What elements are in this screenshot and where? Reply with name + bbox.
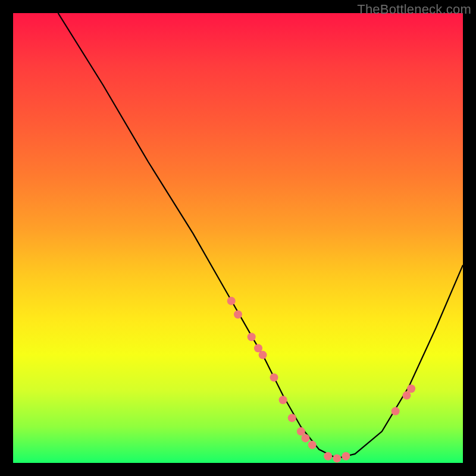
chart-svg (13, 13, 463, 463)
data-marker (333, 454, 341, 462)
data-marker (407, 384, 415, 393)
data-marker (248, 333, 256, 341)
data-marker (234, 311, 242, 319)
attribution-label: TheBottleneck.com (357, 2, 471, 17)
data-marker (301, 434, 309, 442)
data-marker (227, 297, 236, 305)
chart-frame (13, 13, 463, 463)
line-curve (58, 13, 463, 458)
data-marker (259, 351, 267, 359)
data-marker (254, 344, 262, 352)
data-marker (324, 452, 332, 461)
data-marker (270, 373, 278, 381)
marker-group (227, 297, 415, 463)
data-marker (342, 452, 350, 461)
data-marker (288, 414, 296, 422)
data-marker (392, 407, 400, 415)
data-marker (279, 396, 287, 404)
data-marker (308, 441, 317, 449)
